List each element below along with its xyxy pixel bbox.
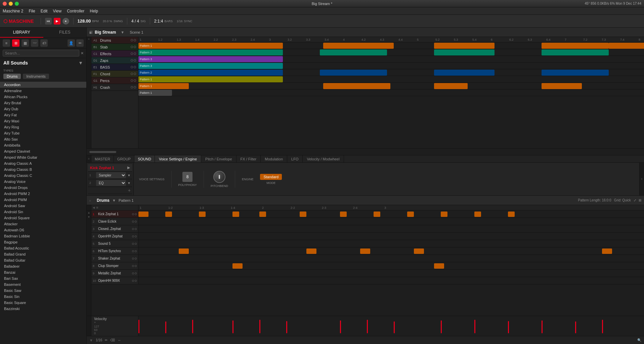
pattern-block[interactable]: Pattern 2 (138, 70, 283, 76)
menu-view[interactable]: View (53, 9, 61, 13)
seq-solo-dot[interactable] (135, 265, 137, 267)
solo-icon[interactable]: ⊞ (96, 206, 98, 209)
pattern-block[interactable] (542, 70, 609, 76)
seq-solo-dot[interactable] (135, 258, 137, 260)
seq-note[interactable] (306, 249, 316, 254)
mode-button[interactable]: Standard (260, 174, 282, 180)
seq-solo-dot[interactable] (135, 235, 137, 237)
seq-mute-dot[interactable] (132, 265, 134, 267)
sidebar-list-item[interactable]: Ballad Acoustic (0, 245, 86, 251)
seq-solo-dot[interactable] (135, 250, 137, 252)
close-button[interactable] (3, 2, 7, 6)
velocity-bar[interactable] (165, 321, 166, 333)
seq-pattern-area[interactable] (138, 211, 644, 218)
seq-track-header[interactable]: 1 Kick Zephat 1 (91, 211, 138, 218)
master-button[interactable]: MASTER (91, 155, 114, 162)
swing-value[interactable]: 20.0 % (103, 20, 112, 23)
pitchbend-knob[interactable] (213, 171, 225, 183)
plugin-arrow-2[interactable]: ▼ (127, 181, 131, 185)
user-icon[interactable]: 👤 (68, 39, 75, 47)
seq-pattern-area[interactable] (138, 218, 644, 225)
sidebar-list-item[interactable]: Bazzinski (0, 306, 86, 312)
seq-note[interactable] (300, 212, 306, 217)
seq-pattern-area[interactable] (138, 240, 644, 247)
sidebar-list-item[interactable]: Airy Ring (0, 124, 86, 130)
seq-note[interactable] (165, 212, 172, 217)
sidebar-list-item[interactable]: Analog Voice (0, 179, 86, 185)
velocity-bar[interactable] (474, 320, 475, 333)
seq-mute-dot[interactable] (132, 213, 134, 215)
sidebar-list-item[interactable]: Android Saw (0, 203, 86, 209)
engine-right-handle[interactable]: ≡ (639, 163, 644, 195)
tab-voice-settings[interactable]: Voice Settings / Engine (155, 155, 201, 162)
seq-track-header[interactable]: 4 OpenHH Zephat (91, 233, 138, 240)
seq-mute-dot[interactable] (132, 250, 134, 252)
seq-pattern-area[interactable] (138, 247, 644, 255)
select-tool[interactable]: ↔ (118, 338, 121, 342)
menu-help[interactable]: Help (90, 9, 98, 13)
velocity-bar[interactable] (138, 320, 139, 333)
pattern-block[interactable] (323, 43, 394, 49)
sidebar-list-item[interactable]: Airy Fat (0, 112, 86, 118)
sidebar-list-item[interactable]: Bari Sax (0, 275, 86, 281)
seq-track-header[interactable]: 3 Closed..Zephat (91, 225, 138, 232)
velocity-bar[interactable] (340, 320, 341, 333)
position-value[interactable]: 2:1:4 (154, 19, 163, 24)
velocity-bar[interactable] (259, 320, 260, 333)
sidebar-list-item[interactable]: Analog Classic C (0, 173, 86, 179)
seq-pattern-area[interactable] (138, 262, 644, 269)
arrange-menu-icon[interactable]: ≡ (89, 31, 93, 34)
bpm-value[interactable]: 128.00 (78, 18, 91, 24)
pattern-block[interactable] (434, 43, 495, 49)
search-clear-icon[interactable]: ✕ (81, 51, 84, 55)
collapse-icon[interactable]: ≡ (88, 38, 90, 41)
sidebar-list-item[interactable]: Airy Brutal (0, 100, 86, 106)
pattern-block[interactable]: Pattern 1 (138, 76, 283, 82)
sidebar-list-item[interactable]: Android Sin (0, 209, 86, 215)
sidebar-list-item[interactable]: Balladeer (0, 263, 86, 269)
type-drums-button[interactable]: Drums (3, 74, 21, 79)
sidebar-list-item[interactable]: Amped Clavinet (0, 148, 86, 154)
pattern-block[interactable] (320, 70, 387, 76)
tab-velocity-modwheel[interactable]: Velocity / Modwheel (303, 155, 344, 162)
velocity-bar[interactable] (192, 320, 193, 333)
mute-icon[interactable]: ◀ (93, 206, 95, 209)
velocity-bar[interactable] (441, 320, 442, 333)
track-header-drums[interactable]: A1 Drums (91, 37, 138, 44)
sidebar-list-item[interactable]: Analog Classic A (0, 160, 86, 166)
group-button[interactable]: GROUP (114, 155, 134, 162)
sidebar-list-item[interactable]: Alto Sax (0, 136, 86, 142)
pattern-block[interactable]: Pattern 3 (138, 56, 283, 62)
maximize-button[interactable] (15, 2, 19, 6)
sidebar-list-item[interactable]: Basement (0, 281, 86, 288)
sidebar-list-item[interactable]: Analog Classic B (0, 166, 86, 173)
sidebar-list-item[interactable]: Ballad Guitar (0, 257, 86, 263)
zoom-in-icon[interactable]: 🔍 (637, 338, 641, 342)
sidebar-list-item[interactable]: Amped White Guitar (0, 154, 86, 160)
plugin-select-2[interactable]: EQ (96, 180, 126, 186)
search-input[interactable] (3, 50, 79, 56)
project-dropdown-icon[interactable]: ▼ (121, 30, 124, 34)
seq-note[interactable] (179, 249, 189, 254)
seq-expand-icon[interactable]: ▼ (88, 216, 90, 219)
edit-icon[interactable]: ✏ (76, 39, 84, 47)
sidebar-list-item[interactable]: Basic Saw (0, 288, 86, 294)
group-dropdown-icon[interactable]: ▼ (112, 198, 116, 202)
seq-pattern-area[interactable] (138, 277, 644, 284)
seq-solo-dot[interactable] (135, 228, 137, 230)
view-list-icon[interactable]: ≡ (3, 39, 10, 47)
sidebar-list-item[interactable]: Android Drops (0, 185, 86, 191)
track-header-chord[interactable]: F1 Chord (91, 71, 138, 77)
menu-maschine2[interactable]: Maschine 2 (3, 9, 23, 13)
view-large-icon[interactable]: ▦ (22, 39, 29, 47)
pattern-block[interactable]: Pattern 3 (138, 63, 283, 69)
sidebar-list-item[interactable]: Basic Square (0, 300, 86, 306)
sidebar-list-item[interactable]: Accordion (0, 82, 86, 88)
time-signature[interactable]: 4 / 4 (131, 19, 139, 24)
seq-solo-dot[interactable] (135, 243, 137, 245)
sidebar-list-item[interactable]: Android PWM 2 (0, 191, 86, 197)
track-header-bass[interactable]: E1 BASS (91, 64, 138, 71)
sidebar-list-item[interactable]: Adrenaline (0, 88, 86, 94)
seq-note[interactable] (508, 212, 515, 217)
pattern-block[interactable] (542, 83, 582, 89)
